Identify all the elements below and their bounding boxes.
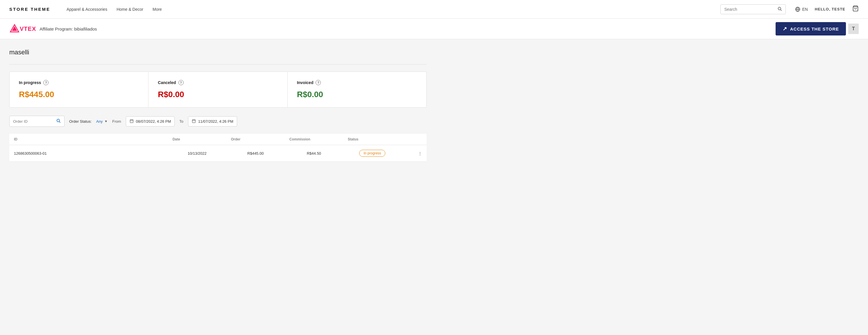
orders-table: ID Date Order Commission Status 12686305… xyxy=(9,134,427,162)
lang-label: EN xyxy=(802,7,808,11)
svg-rect-10 xyxy=(130,119,133,123)
th-commission: Commission xyxy=(285,134,343,145)
stat-value-invoiced: R$0.00 xyxy=(297,90,417,99)
hello-label: HELLO, TESTE xyxy=(815,7,845,11)
access-store-label: ACCESS THE STORE xyxy=(790,26,839,31)
order-status-select[interactable]: Order Status: Any ▼ xyxy=(69,119,107,123)
search-container xyxy=(720,4,786,14)
brand-logo: STORE THEME xyxy=(9,7,50,11)
svg-point-0 xyxy=(778,7,781,9)
arrow-up-right-icon: ↗ xyxy=(782,26,787,32)
filter-search-icon[interactable] xyxy=(56,118,61,124)
svg-point-8 xyxy=(57,119,60,122)
filters-row: Order Status: Any ▼ From 08/07/2022, 4:2… xyxy=(9,116,427,127)
divider xyxy=(9,64,427,64)
cell-order: R$445.00 xyxy=(226,145,285,162)
order-status-label: Order Status: xyxy=(69,119,92,123)
stat-cards: In progress ? R$445.00 Canceled ? R$0.00… xyxy=(9,72,427,108)
cell-status: In progress xyxy=(343,145,402,162)
th-menu xyxy=(402,134,427,145)
from-date-input[interactable]: 08/07/2022, 4:26 PM xyxy=(126,116,175,127)
vtex-logo: VTEX xyxy=(9,24,36,34)
from-date-value: 08/07/2022, 4:26 PM xyxy=(136,119,171,123)
th-status: Status xyxy=(343,134,402,145)
table-header-row: ID Date Order Commission Status xyxy=(9,134,427,145)
vtex-triangle-icon xyxy=(9,24,20,34)
top-navigation: STORE THEME Apparel & Accessories Home &… xyxy=(0,0,868,19)
svg-line-9 xyxy=(59,121,60,122)
search-icon[interactable] xyxy=(777,6,782,12)
stat-label-inprogress: In progress ? xyxy=(19,80,139,85)
order-id-input[interactable] xyxy=(13,119,54,123)
stat-card-canceled: Canceled ? R$0.00 xyxy=(149,72,287,107)
main-content: maselli In progress ? R$445.00 Canceled … xyxy=(0,39,436,171)
stat-label-canceled: Canceled ? xyxy=(158,80,278,85)
svg-rect-14 xyxy=(192,119,195,123)
stat-label-invoiced: Invoiced ? xyxy=(297,80,417,85)
row-menu-button[interactable]: ⋮ xyxy=(402,145,427,162)
affiliate-left: VTEX Affiliate Program: bibiafiliados xyxy=(9,24,97,34)
stat-card-inprogress: In progress ? R$445.00 xyxy=(9,72,149,107)
to-label: To xyxy=(179,119,183,123)
cell-id: 1268630500063-01 xyxy=(9,145,168,162)
status-badge: In progress xyxy=(359,150,385,157)
user-avatar: T xyxy=(848,24,859,34)
affiliate-program-label: Affiliate Program: bibiafiliados xyxy=(39,26,97,31)
nav-links: Apparel & Accessories Home & Decor More xyxy=(66,7,711,11)
order-status-value: Any xyxy=(96,119,102,123)
access-store-button[interactable]: ↗ ACCESS THE STORE xyxy=(776,22,846,35)
calendar-from-icon xyxy=(130,119,134,124)
stat-card-invoiced: Invoiced ? R$0.00 xyxy=(288,72,426,107)
search-input[interactable] xyxy=(724,7,775,11)
to-date-value: 11/07/2022, 4:26 PM xyxy=(198,119,234,123)
affiliate-bar: VTEX Affiliate Program: bibiafiliados ↗ … xyxy=(0,19,868,39)
info-icon-canceled[interactable]: ? xyxy=(179,80,184,85)
nav-link-apparel[interactable]: Apparel & Accessories xyxy=(66,7,107,11)
cell-commission: R$44.50 xyxy=(285,145,343,162)
th-order: Order xyxy=(226,134,285,145)
vtex-brand-text: VTEX xyxy=(20,26,36,32)
stat-value-inprogress: R$445.00 xyxy=(19,90,139,99)
cell-date: 10/13/2022 xyxy=(168,145,226,162)
nav-link-more[interactable]: More xyxy=(153,7,162,11)
svg-line-1 xyxy=(781,9,782,10)
th-date: Date xyxy=(168,134,226,145)
nav-right: EN HELLO, TESTE xyxy=(795,5,859,13)
nav-link-home-decor[interactable]: Home & Decor xyxy=(117,7,143,11)
language-selector[interactable]: EN xyxy=(795,7,808,12)
info-icon-inprogress[interactable]: ? xyxy=(43,80,49,85)
chevron-down-icon: ▼ xyxy=(104,119,107,123)
table-row: 1268630500063-01 10/13/2022 R$445.00 R$4… xyxy=(9,145,427,162)
to-date-input[interactable]: 11/07/2022, 4:26 PM xyxy=(188,116,237,127)
order-id-input-wrap xyxy=(9,116,64,127)
stat-value-canceled: R$0.00 xyxy=(158,90,278,99)
th-id: ID xyxy=(9,134,168,145)
from-label: From xyxy=(112,119,121,123)
info-icon-invoiced[interactable]: ? xyxy=(316,80,321,85)
calendar-to-icon xyxy=(192,119,196,124)
cart-icon[interactable] xyxy=(852,5,859,13)
page-title: maselli xyxy=(9,49,427,56)
globe-icon xyxy=(795,7,800,12)
